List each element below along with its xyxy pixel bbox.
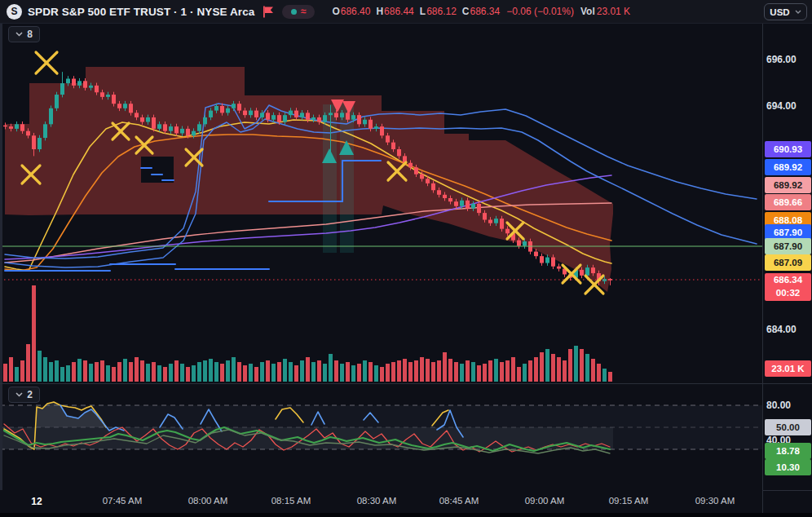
chevron-down-icon xyxy=(15,392,23,397)
pane-left-edge xyxy=(0,23,2,513)
high-label: H xyxy=(376,6,383,17)
price-tick-label: 694.00 xyxy=(766,98,810,114)
time-tick-label: 08:30 AM xyxy=(357,496,397,506)
price-badge: 50.00 xyxy=(765,419,811,435)
flag-icon[interactable] xyxy=(263,6,274,18)
symbol-logo: S xyxy=(7,4,22,20)
price-badge: 690.93 xyxy=(765,141,811,157)
oscillator-count: 2 xyxy=(27,389,33,400)
price-badge: 10.30 xyxy=(765,459,811,475)
price-badge: 689.92 xyxy=(765,177,811,193)
time-tick-label: 09:15 AM xyxy=(609,496,649,506)
open-value: 686.40 xyxy=(341,6,371,17)
price-badge: 687.90 xyxy=(765,238,811,254)
time-tick-label: 08:00 AM xyxy=(188,496,228,506)
symbol-title[interactable]: SPDR S&P 500 ETF TRUST · 1 · NYSE Arca xyxy=(28,6,254,18)
time-tick-label: 09:30 AM xyxy=(695,496,735,506)
oscillator-collapse-button[interactable]: 2 xyxy=(8,387,40,403)
low-value: 686.12 xyxy=(426,6,457,17)
low-label: L xyxy=(420,6,426,17)
price-badge: 23.01 K xyxy=(765,360,811,377)
time-tick-label: 08:15 AM xyxy=(271,496,311,506)
currency-label: USD xyxy=(770,7,789,17)
time-tick-label: 12 xyxy=(31,496,42,507)
pane-separator[interactable] xyxy=(0,383,812,384)
status-pill[interactable]: ≈ xyxy=(282,5,315,19)
time-tick-label: 09:00 AM xyxy=(525,496,565,506)
high-value: 686.44 xyxy=(384,6,414,17)
price-scale[interactable]: 696.00694.00690.93689.92689.92689.66688.… xyxy=(763,23,812,490)
price-badge: 689.92 xyxy=(765,159,811,175)
market-open-dot xyxy=(291,9,297,15)
chevron-down-icon xyxy=(795,10,801,14)
ohlc-readout: O 686.40 H 686.44 L 686.12 C 686.34 xyxy=(326,6,500,17)
price-tick-label: 696.00 xyxy=(766,51,810,68)
main-chart-area[interactable] xyxy=(0,0,762,513)
window-bottom-edge xyxy=(0,513,812,517)
time-scale[interactable]: 1207:45 AM08:00 AM08:15 AM08:30 AM08:45 … xyxy=(0,490,762,513)
close-label: C xyxy=(462,6,470,17)
chart-window: S SPDR S&P 500 ETF TRUST · 1 · NYSE Arca… xyxy=(0,0,812,517)
notification-wave-icon: ≈ xyxy=(301,7,307,15)
change-value: −0.06 (−0.01%) xyxy=(506,6,574,17)
volume-readout: Vol 23.01 K xyxy=(580,6,630,17)
time-tick-label: 07:45 AM xyxy=(103,496,143,506)
symbol-header: S SPDR S&P 500 ETF TRUST · 1 · NYSE Arca… xyxy=(0,0,812,24)
close-value: 686.34 xyxy=(470,6,501,17)
time-tick-label: 08:45 AM xyxy=(439,496,479,506)
open-label: O xyxy=(332,6,339,17)
price-badge: 686.3400:32 xyxy=(765,273,811,301)
indicators-count: 8 xyxy=(27,29,33,40)
price-tick-label: 684.00 xyxy=(766,321,810,338)
volume-value: 23.01 K xyxy=(597,6,630,17)
price-badge: 689.66 xyxy=(765,194,811,210)
indicators-collapse-button[interactable]: 8 xyxy=(8,26,40,42)
price-tick-label: 80.00 xyxy=(766,397,810,413)
volume-label: Vol xyxy=(580,6,595,17)
currency-button[interactable]: USD xyxy=(764,3,807,20)
price-badge: 687.09 xyxy=(765,254,811,271)
price-badge: 18.78 xyxy=(765,443,811,459)
chevron-down-icon xyxy=(15,32,23,37)
